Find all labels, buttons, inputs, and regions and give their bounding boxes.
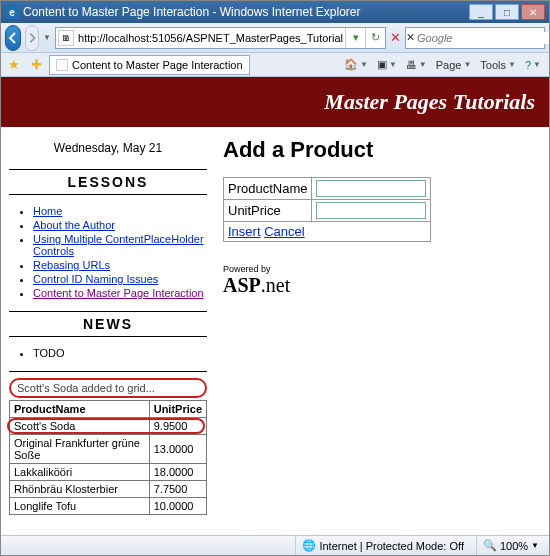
col-unitprice: UnitPrice [149, 401, 206, 418]
lessons-header: LESSONS [9, 169, 207, 195]
sidebar: Wednesday, May 21 LESSONS Home About the… [1, 127, 215, 535]
arrow-left-icon [6, 31, 20, 45]
address-bar[interactable]: 🗎 http://localhost:51056/ASPNET_MasterPa… [55, 27, 386, 49]
table-row: Longlife Tofu10.0000 [10, 498, 207, 515]
lesson-link-author[interactable]: About the Author [33, 219, 115, 231]
table-row: Scott's Soda9.9500 [10, 418, 207, 435]
status-message: Scott's Soda added to grid... [9, 378, 207, 398]
news-list: TODO [9, 347, 207, 359]
help-icon: ? [525, 59, 531, 71]
page-menu[interactable]: Page▼ [432, 55, 476, 75]
zoom-icon: 🔍 [483, 539, 497, 552]
site-banner: Master Pages Tutorials [1, 77, 549, 127]
rss-icon: ▣ [377, 58, 387, 71]
add-product-form: ProductName UnitPrice Insert Cancel [223, 177, 431, 242]
page-menu-label: Page [436, 59, 462, 71]
productname-input[interactable] [316, 180, 426, 197]
nav-history-dropdown[interactable]: ▼ [43, 33, 51, 42]
print-button[interactable]: 🖶▼ [402, 55, 431, 75]
globe-icon: 🌐 [302, 539, 316, 552]
address-dropdown[interactable]: ▾ [345, 28, 365, 48]
page-heading: Add a Product [223, 137, 541, 163]
field-label-productname: ProductName [224, 178, 312, 200]
search-clear-icon[interactable]: ✕ [406, 31, 415, 44]
stop-button[interactable]: ✕ [390, 30, 401, 45]
table-row: Rhönbräu Klosterbier7.7500 [10, 481, 207, 498]
news-header: NEWS [9, 311, 207, 337]
forward-button[interactable] [25, 25, 39, 51]
search-input[interactable] [415, 32, 550, 44]
favorites-star-icon[interactable]: ★ [5, 57, 23, 73]
lesson-link-rebasing[interactable]: Rebasing URLs [33, 259, 110, 271]
insert-link[interactable]: Insert [228, 224, 261, 239]
maximize-button[interactable]: □ [495, 4, 519, 20]
field-label-unitprice: UnitPrice [224, 200, 312, 222]
main-content: Add a Product ProductName UnitPrice Inse… [215, 127, 549, 535]
lessons-list: Home About the Author Using Multiple Con… [9, 205, 207, 299]
refresh-button[interactable]: ↻ [365, 28, 385, 48]
url-text: http://localhost:51056/ASPNET_MasterPage… [76, 32, 345, 44]
table-row: Original Frankfurter grüne Soße13.0000 [10, 435, 207, 464]
window-titlebar: e Content to Master Page Interaction - W… [1, 1, 549, 23]
ie-icon: e [5, 5, 19, 19]
arrow-right-icon [26, 32, 38, 44]
minimize-button[interactable]: _ [469, 4, 493, 20]
lesson-link-interaction[interactable]: Content to Master Page Interaction [33, 287, 204, 299]
powered-by: Powered by ASP.net [223, 264, 541, 297]
lesson-link-home[interactable]: Home [33, 205, 62, 217]
status-zone: 🌐 Internet | Protected Mode: Off [295, 536, 470, 555]
products-table: ProductName UnitPrice Scott's Soda9.9500… [9, 400, 207, 515]
lesson-link-controlid[interactable]: Control ID Naming Issues [33, 273, 158, 285]
search-box[interactable]: ✕ 🔍 [405, 27, 545, 49]
window-title: Content to Master Page Interaction - Win… [23, 5, 361, 19]
tools-menu-label: Tools [480, 59, 506, 71]
close-button[interactable]: ✕ [521, 4, 545, 20]
date-label: Wednesday, May 21 [9, 141, 207, 155]
browser-tab[interactable]: Content to Master Page Interaction [49, 55, 250, 75]
tools-menu[interactable]: Tools▼ [476, 55, 520, 75]
cancel-link[interactable]: Cancel [264, 224, 304, 239]
col-productname: ProductName [10, 401, 150, 418]
unitprice-input[interactable] [316, 202, 426, 219]
tab-page-icon [56, 59, 68, 71]
news-item: TODO [33, 347, 207, 359]
feeds-button[interactable]: ▣▼ [373, 55, 401, 75]
page-icon: 🗎 [58, 30, 74, 46]
print-icon: 🖶 [406, 59, 417, 71]
tab-bar: ★ ✚ Content to Master Page Interaction 🏠… [1, 53, 549, 77]
lesson-link-multiple[interactable]: Using Multiple ContentPlaceHolder Contro… [33, 233, 204, 257]
table-row: Lakkalikööri18.0000 [10, 464, 207, 481]
home-icon: 🏠 [344, 58, 358, 71]
zoom-control[interactable]: 🔍 100% ▼ [476, 536, 545, 555]
status-bar: 🌐 Internet | Protected Mode: Off 🔍 100% … [1, 535, 549, 555]
help-button[interactable]: ?▼ [521, 55, 545, 75]
back-button[interactable] [5, 25, 21, 51]
home-button[interactable]: 🏠▼ [340, 55, 372, 75]
tab-title: Content to Master Page Interaction [72, 59, 243, 71]
favorites-add-icon[interactable]: ✚ [27, 57, 45, 73]
nav-toolbar: ▼ 🗎 http://localhost:51056/ASPNET_Master… [1, 23, 549, 53]
